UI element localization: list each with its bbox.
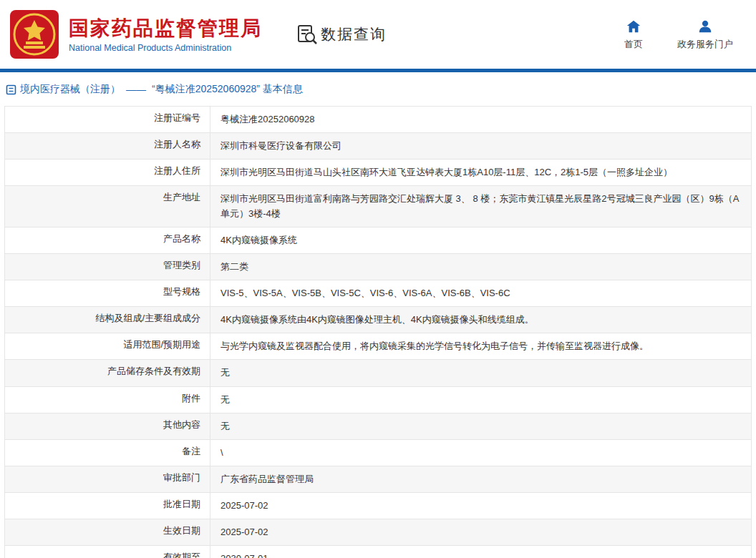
row-label: 产品名称 (5, 227, 210, 253)
breadcrumb-title: “粤械注准20252060928” 基本信息 (152, 83, 303, 96)
row-value: VIS-5、VIS-5A、VIS-5B、VIS-5C、VIS-6、VIS-6A、… (210, 280, 751, 306)
row-label: 批准日期 (5, 493, 210, 519)
document-icon (6, 84, 16, 95)
nav-home-label: 首页 (624, 38, 643, 51)
data-query-nav[interactable]: 数据查询 (296, 24, 387, 45)
row-value: 2025-07-02 (210, 519, 751, 545)
row-value: 与光学内窥镜及监视器配合使用，将内窥镜采集的光学信号转化为电子信号，并传输至监视… (210, 333, 751, 359)
row-label: 产品储存条件及有效期 (5, 360, 210, 386)
row-value: 粤械注准20252060928 (210, 107, 751, 132)
breadcrumb-separator: —— (126, 84, 146, 95)
table-row: 附件无 (5, 387, 751, 413)
row-value: 第二类 (210, 254, 751, 280)
row-label: 生效日期 (5, 519, 210, 545)
table-row: 生效日期2025-07-02 (5, 519, 751, 546)
row-label: 备注 (5, 440, 210, 466)
row-label: 注册证编号 (5, 107, 210, 132)
row-value: 深圳市光明区马田街道马山头社区南环大道飞亚达钟表大厦1栋A10层-11层、12C… (210, 160, 751, 185)
table-row: 备注\ (5, 440, 751, 466)
page-header: 国家药品监督管理局 National Medical Products Admi… (0, 0, 756, 69)
row-value: 深圳市光明区马田街道富利南路与芳园路交汇处瑞辉大厦 3、 8 楼；东莞市黄江镇星… (210, 186, 751, 226)
table-row: 产品名称4K内窥镜摄像系统 (5, 227, 751, 254)
row-label: 注册人住所 (5, 160, 210, 185)
org-title-block: 国家药品监督管理局 National Medical Products Admi… (69, 16, 262, 53)
row-label: 有效期至 (5, 546, 210, 558)
table-row: 注册人住所深圳市光明区马田街道马山头社区南环大道飞亚达钟表大厦1栋A10层-11… (5, 160, 751, 186)
row-value: 无 (210, 360, 751, 386)
row-value: 广东省药品监督管理局 (210, 466, 751, 492)
row-value: 4K内窥镜摄像系统 (210, 227, 751, 253)
row-label: 附件 (5, 387, 210, 413)
row-label: 审批部门 (5, 466, 210, 492)
table-row: 生产地址深圳市光明区马田街道富利南路与芳园路交汇处瑞辉大厦 3、 8 楼；东莞市… (5, 186, 751, 227)
table-row: 审批部门广东省药品监督管理局 (5, 466, 751, 493)
row-label: 适用范围/预期用途 (5, 333, 210, 359)
table-row: 批准日期2025-07-02 (5, 493, 751, 519)
row-value: \ (210, 440, 751, 466)
table-row: 型号规格VIS-5、VIS-5A、VIS-5B、VIS-5C、VIS-6、VIS… (5, 280, 751, 307)
row-label: 注册人名称 (5, 133, 210, 159)
table-row: 注册证编号粤械注准20252060928 (5, 107, 751, 133)
nav-portal[interactable]: 政务服务门户 (677, 19, 733, 51)
row-value: 无 (210, 387, 751, 413)
user-icon (697, 19, 713, 34)
table-row: 结构及组成/主要组成成分4K内窥镜摄像系统由4K内窥镜图像处理主机、4K内窥镜摄… (5, 307, 751, 333)
data-query-label: 数据查询 (321, 24, 387, 44)
row-value: 4K内窥镜摄像系统由4K内窥镜图像处理主机、4K内窥镜摄像头和线缆组成。 (210, 307, 751, 333)
table-row: 产品储存条件及有效期无 (5, 360, 751, 386)
row-value: 2030-07-01 (210, 546, 751, 558)
row-label: 生产地址 (5, 186, 210, 226)
header-nav: 首页 政务服务门户 (624, 19, 749, 51)
table-row: 有效期至2030-07-01 (5, 546, 751, 558)
breadcrumb: 境内医疗器械（注册） —— “粤械注准20252060928” 基本信息 (0, 72, 756, 104)
row-value: 2025-07-02 (210, 493, 751, 519)
nav-portal-label: 政务服务门户 (677, 38, 733, 51)
table-row: 适用范围/预期用途与光学内窥镜及监视器配合使用，将内窥镜采集的光学信号转化为电子… (5, 333, 751, 360)
home-icon (626, 19, 641, 34)
row-label: 结构及组成/主要组成成分 (5, 307, 210, 333)
row-value: 深圳市科曼医疗设备有限公司 (210, 133, 751, 159)
table-row: 注册人名称深圳市科曼医疗设备有限公司 (5, 133, 751, 160)
row-label: 管理类别 (5, 254, 210, 280)
row-label: 型号规格 (5, 280, 210, 306)
row-label: 其他内容 (5, 413, 210, 439)
info-table: 注册证编号粤械注准20252060928注册人名称深圳市科曼医疗设备有限公司注册… (4, 106, 752, 558)
nmpa-emblem-logo (7, 7, 62, 62)
row-value: 无 (210, 413, 751, 439)
data-query-icon (296, 24, 318, 45)
org-name-cn: 国家药品监督管理局 (69, 16, 262, 41)
nav-home[interactable]: 首页 (624, 19, 643, 51)
breadcrumb-section[interactable]: 境内医疗器械（注册） (20, 83, 120, 96)
table-row: 管理类别第二类 (5, 254, 751, 280)
table-row: 其他内容无 (5, 413, 751, 440)
org-name-en: National Medical Products Administration (69, 43, 262, 53)
